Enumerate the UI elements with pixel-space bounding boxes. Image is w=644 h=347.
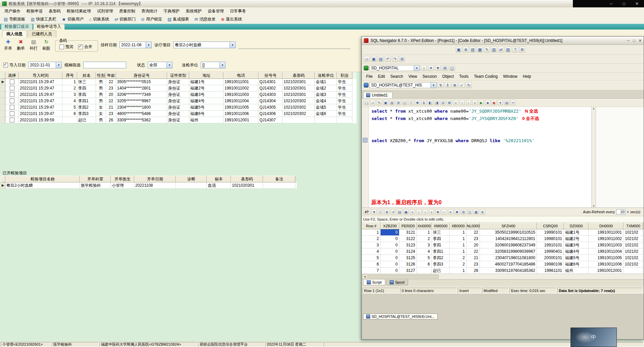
results-row[interactable]: 1 0 3121 1 张三 1 22 350502199901010515 19… [362,229,644,236]
execute-script-icon[interactable]: ▶ [479,100,484,105]
session-select[interactable]: SD_HOSPITAL@TEST_HIS [369,82,437,88]
table-row[interactable]: 20221101 15:29:47 5 李四2 女 21 2304*******… [1,104,356,111]
column-header[interactable]: PERID0 [399,223,417,229]
column-header[interactable]: TXM000 [624,223,643,229]
table-row[interactable]: 20221101 15:39:59 赵已 男 26 3309**********… [1,117,356,123]
sqlnav-menu-item[interactable]: File [364,73,375,79]
cell-xzbz00[interactable]: 0 [381,255,399,261]
stop-icon[interactable]: ■ [485,100,490,105]
toolbar-button[interactable]: ☻ 切换用户 [59,15,86,23]
cell-xzbz00[interactable]: 0 [381,268,399,274]
window-layout-icon[interactable]: ⊞ [399,56,405,62]
column-header[interactable]: 身份证号 [116,72,167,79]
toolbar-button[interactable]: ⇄ 切换部门 [112,15,138,23]
sqlnav-menu-item[interactable]: Window [501,73,520,79]
output-tab[interactable]: Spool [386,280,408,285]
output-tab[interactable]: Script [363,280,385,285]
toolbar-button[interactable]: ▥ 快捷工具栏 [28,15,58,23]
redo-icon[interactable]: ↷ [392,56,398,62]
editor-vscrollbar[interactable] [591,107,596,208]
first-row-icon[interactable]: « [410,209,415,215]
column-header[interactable]: 开单医生 [111,176,134,182]
code-editor[interactable]: select * from xt_xtcs00 where name00='JY… [362,107,644,208]
pane-left-icon[interactable]: ◧ [428,100,433,105]
sort-icon[interactable]: ▼ [371,209,377,215]
options-icon[interactable]: ⚙ [519,47,525,53]
toolbar-button[interactable]: ✉ 消息收发 [192,15,218,23]
code-editor-icon[interactable]: ✎ [484,47,490,53]
cut-icon[interactable]: ✂ [510,100,516,105]
column-header[interactable]: XM0000 [432,223,450,229]
action-button[interactable]: ✖ 删单 [15,38,27,52]
column-header[interactable]: 职业 [337,72,352,79]
fuzzy-filter-input[interactable] [83,62,126,68]
sqlnav-menu-item[interactable]: Team Coding [472,73,500,79]
windows-icon[interactable]: ◫ [449,65,455,71]
row-checkbox[interactable] [10,92,14,97]
minimize-icon[interactable]: ─ [610,1,613,6]
barcode-scan-input[interactable] [238,41,350,49]
main-tab[interactable]: 检验窗口提示 [1,24,33,30]
document-tab[interactable]: Untitled1 [363,92,393,98]
column-header[interactable]: SFZH00 [480,223,537,229]
sqlnav-menu-item[interactable]: Object [440,73,456,79]
table-row[interactable]: 20221101 15:29:47 3 李四 男 20 3206********… [1,92,356,98]
commit-icon[interactable]: ✓ [459,82,465,88]
row-checkbox[interactable] [10,118,14,122]
column-header[interactable]: 挂号号 [258,72,283,79]
row-select-cell[interactable] [5,111,19,117]
unit-select[interactable]: [] [201,62,226,68]
menu-item[interactable]: 质量控制 [116,7,138,15]
filter-rows-icon[interactable]: ▽ [378,209,383,215]
main-tab[interactable]: 检验申请导入 [33,24,65,30]
menu-item[interactable]: 日常事务 [227,7,249,15]
break-icon[interactable]: ⊗ [452,82,458,88]
column-header[interactable]: 开单日期 [134,176,176,182]
row-checkbox[interactable] [10,86,14,91]
open-icon[interactable]: ▱ [370,100,376,105]
menu-item[interactable]: 条形码 [46,7,64,15]
sqlnav-titlebar[interactable]: SQL Navigator 6.7.0 - XPert Edition - [P… [362,37,644,45]
toolbar-button[interactable]: ▧ 集成报表 [165,15,191,23]
visual-object-icon[interactable]: ▧ [491,47,497,53]
row-select-cell[interactable] [5,79,19,85]
toolbar-button[interactable]: ▤ 导航面板 [1,15,28,23]
row-select-cell[interactable] [5,98,19,104]
more-sessions-icon[interactable]: ▼ [435,65,441,71]
row-select-cell[interactable] [5,85,19,92]
filter-icon[interactable]: ▽ [408,100,414,105]
sqlnav-menu-item[interactable]: View [406,73,419,79]
toolbar-button[interactable]: ⊘ 用户锁定 [139,15,164,23]
column-header[interactable]: 检验项目名称 [5,176,80,182]
post-edit-icon[interactable]: ✔ [448,209,453,215]
menu-item[interactable]: 字典维护 [160,7,183,15]
menu-item[interactable]: 检验申请 [23,7,46,15]
table-row[interactable]: 20221101 15:29:47 4 李四1 男 22 3205*******… [1,98,356,104]
refresh-grid-icon[interactable]: ↺ [391,209,396,215]
connection-select[interactable]: SD_HOSPITAL [369,65,420,71]
restore-icon[interactable]: □ [623,1,625,6]
split-view-icon[interactable]: ◫ [402,100,407,105]
menu-item[interactable]: 检验结果处理 [64,7,94,15]
column-header[interactable]: 性别 [96,72,106,79]
column-header[interactable]: XZBZ00 [381,223,399,229]
row-checkbox[interactable] [10,105,14,110]
action-button[interactable]: ↻ 刷新 [40,38,52,52]
column-header[interactable]: 条形码 [283,72,315,79]
close-icon[interactable]: ✕ [635,1,639,6]
code-lines[interactable]: select * from xt_xtcs00 where name00='JY… [369,107,591,208]
cell-xzbz00[interactable]: 0 [381,236,399,242]
spinner-icon[interactable] [627,211,629,213]
new-icon[interactable]: ▢ [364,100,369,105]
sessions-icon[interactable]: ↕ [421,65,427,71]
close-pane-icon[interactable]: ⊠ [447,100,452,105]
sqlnav-menu-item[interactable]: Tools [457,73,471,79]
column-header[interactable]: 导入时间 [19,72,62,79]
menu-item[interactable]: 查询统计 [138,7,160,15]
results-row[interactable]: 3 0 3123 3 李四 1 20 320600198606237349 19… [362,242,644,248]
session-task-tab[interactable]: SD_HOSPITAL@TEST_HIS9(4):Unt... [363,313,438,320]
rollback-icon[interactable]: ↻ [466,82,472,88]
column-header[interactable]: 开单科室 [80,176,111,182]
column-header[interactable]: 电话 [224,72,258,79]
next-record-icon[interactable]: › [466,100,471,105]
